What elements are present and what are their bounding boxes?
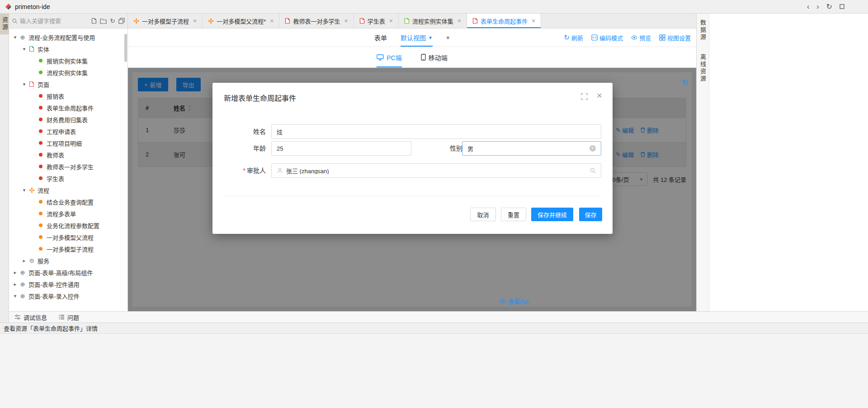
tab-form[interactable]: 表单: [374, 28, 387, 47]
fullscreen-icon[interactable]: [581, 93, 588, 100]
close-tab-icon[interactable]: ×: [270, 17, 274, 24]
tree-item[interactable]: 流程实例实体集: [9, 66, 127, 78]
caret-down-icon[interactable]: ▾: [12, 293, 19, 299]
import-resource-icon[interactable]: [91, 18, 97, 24]
tree-item[interactable]: 结合业务查询配置: [9, 196, 127, 208]
new-folder-icon[interactable]: [100, 18, 107, 24]
editor-tab[interactable]: 表单生命周起事件×: [467, 14, 541, 28]
age-input[interactable]: [277, 145, 406, 152]
titlebar-nav: ‹ › ↻: [807, 3, 844, 10]
save-and-continue-button[interactable]: 保存并继续: [531, 208, 573, 221]
close-tab-icon[interactable]: ×: [193, 17, 197, 24]
caret-right-icon[interactable]: ▸: [12, 270, 19, 275]
view-settings-label: 视图设置: [667, 33, 691, 42]
caret-down-icon[interactable]: ▾: [12, 34, 19, 40]
tree-item[interactable]: ▾⊕页面-表单-录入控件: [9, 290, 127, 302]
caret-down-icon[interactable]: ▾: [21, 81, 28, 87]
tab-pc[interactable]: PC端: [377, 47, 401, 67]
tree-item[interactable]: 流程多表单: [9, 208, 127, 219]
age-label-text: 年龄: [253, 145, 266, 152]
approver-input[interactable]: [286, 167, 586, 174]
titlebar: primeton-ide ‹ › ↻: [0, 0, 868, 14]
resource-dot-orange: [37, 235, 45, 239]
editor-tab[interactable]: 学生表×: [354, 14, 399, 28]
search-icon[interactable]: [590, 167, 596, 174]
refresh-icon[interactable]: ↻: [110, 17, 115, 24]
collapse-all-icon[interactable]: [118, 18, 125, 24]
name-field: [271, 124, 601, 139]
tree-item[interactable]: 工程项目明细: [9, 137, 127, 149]
editor-tab[interactable]: 一对多模型子流程×: [128, 14, 203, 28]
tree-item[interactable]: ▸⊕页面-表单-控件通用: [9, 278, 127, 290]
view-settings-icon: [659, 34, 665, 41]
tree-item[interactable]: 一对多模型父流程: [9, 231, 127, 243]
tree-item[interactable]: ▾流程: [9, 184, 127, 196]
rail-tab-offline-resources[interactable]: 离线资源: [698, 51, 708, 86]
tree-item[interactable]: 一对多模型子流程: [9, 243, 127, 255]
reset-button[interactable]: 重置: [501, 208, 526, 221]
tab-default-view[interactable]: 默认视图 ▼: [401, 28, 433, 47]
restore-window-icon[interactable]: [840, 4, 844, 9]
caret-down-icon[interactable]: ▾: [21, 187, 28, 193]
editor-tab-label: 一对多模型子流程: [142, 17, 189, 25]
preview-button[interactable]: 预览: [631, 33, 651, 42]
close-tab-icon[interactable]: ×: [389, 17, 393, 24]
tab-debug-info[interactable]: 调试信息: [14, 313, 47, 322]
tree-item[interactable]: 学生表: [9, 172, 127, 184]
name-input[interactable]: [277, 128, 596, 135]
search-input[interactable]: [20, 18, 89, 24]
tree-item[interactable]: 业务化流程参数配置: [9, 219, 127, 231]
caret-right-icon[interactable]: ▸: [21, 258, 28, 264]
close-tab-icon[interactable]: ×: [344, 17, 348, 24]
rail-tab-resources[interactable]: 资源: [0, 14, 9, 34]
tree-item[interactable]: 财务费用归集表: [9, 114, 127, 125]
view-settings-button[interactable]: 视图设置: [659, 33, 691, 42]
resource-dot-orange: [37, 212, 45, 215]
sliders-icon: [14, 314, 21, 320]
tree-item[interactable]: 报销表: [9, 90, 127, 102]
tree-item[interactable]: 教师表一对多学生: [9, 161, 127, 172]
app-title: primeton-ide: [15, 3, 50, 10]
flow-icon: [208, 18, 214, 24]
close-tab-icon[interactable]: ×: [458, 17, 461, 24]
editor-tab[interactable]: 一对多模型父流程*×: [203, 14, 279, 28]
page-icon: [472, 18, 478, 24]
canvas-refresh-icon[interactable]: ↻: [682, 79, 688, 86]
nav-forward-icon[interactable]: ›: [816, 3, 819, 10]
add-view-button[interactable]: +: [446, 28, 450, 47]
nav-back-icon[interactable]: ‹: [807, 3, 809, 10]
clear-icon[interactable]: ×: [590, 145, 596, 152]
editor-tab[interactable]: 流程实例实体集×: [399, 14, 467, 28]
tree-item[interactable]: 表单生命周起事件: [9, 102, 127, 114]
refresh-icon[interactable]: ↻: [826, 3, 832, 10]
tree-item[interactable]: 教师表: [9, 149, 127, 161]
caret-down-icon[interactable]: ▾: [21, 46, 28, 52]
code-mode-icon: [591, 34, 598, 41]
gender-input[interactable]: [467, 145, 586, 152]
save-button[interactable]: 保存: [579, 208, 602, 221]
approver-field: [271, 163, 601, 178]
tree-item[interactable]: ▸⊕页面-表单-高级/布局组件: [9, 266, 127, 278]
view-api-link[interactable]: 查看Api: [500, 297, 528, 305]
close-tab-icon[interactable]: ×: [532, 17, 535, 24]
tree-item[interactable]: ▾实体: [9, 43, 127, 55]
tab-problems[interactable]: 问题: [59, 313, 79, 322]
tab-pc-label: PC端: [387, 53, 401, 62]
tab-mobile[interactable]: 移动端: [421, 47, 448, 67]
tree-item[interactable]: ▸⚙服务: [9, 255, 127, 266]
name-field-label: 姓名: [222, 124, 266, 139]
tree-item[interactable]: ▾页面: [9, 78, 127, 90]
editor-tab[interactable]: 教师表一对多学生×: [279, 14, 354, 28]
rail-tab-datasource[interactable]: 数据源: [698, 16, 708, 44]
monitor-icon: [377, 54, 384, 61]
age-field: [271, 141, 411, 156]
tree-item[interactable]: 报销实例实体集: [9, 55, 127, 66]
sidebar-scrollbar[interactable]: [124, 34, 127, 62]
code-mode-button[interactable]: 编码模式: [591, 33, 623, 42]
cancel-button[interactable]: 取消: [470, 208, 496, 221]
close-icon[interactable]: ×: [597, 90, 602, 100]
caret-right-icon[interactable]: ▸: [12, 281, 19, 287]
tree-item[interactable]: 工程申请表: [9, 125, 127, 137]
tree-item[interactable]: ▾⊕流程-业务流程配置与使用: [9, 31, 127, 43]
refresh-view-button[interactable]: ↻ 刷新: [564, 33, 583, 42]
